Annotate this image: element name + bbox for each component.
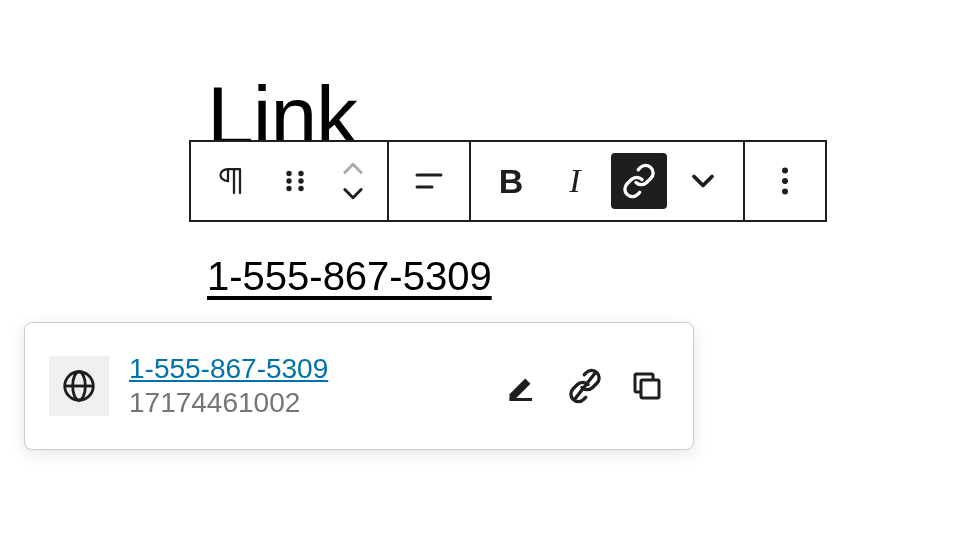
svg-point-3: [298, 178, 303, 183]
more-format-button[interactable]: [675, 153, 731, 209]
svg-rect-14: [510, 398, 533, 401]
link-preview-icon-box: [49, 356, 109, 416]
unlink-button[interactable]: [563, 364, 607, 408]
copy-link-button[interactable]: [625, 364, 669, 408]
move-down-button[interactable]: [331, 181, 375, 205]
move-buttons: [331, 151, 375, 211]
svg-point-0: [286, 171, 291, 176]
svg-point-1: [298, 171, 303, 176]
drag-handle-button[interactable]: [267, 153, 323, 209]
svg-point-5: [298, 186, 303, 191]
italic-icon: I: [569, 162, 580, 200]
drag-handle-icon: [277, 163, 313, 199]
copy-icon: [629, 368, 665, 404]
toolbar-group-block: [191, 142, 389, 220]
pencil-icon: [505, 368, 541, 404]
edit-link-button[interactable]: [501, 364, 545, 408]
bold-icon: B: [499, 162, 524, 201]
move-up-button[interactable]: [331, 157, 375, 181]
svg-rect-16: [641, 380, 659, 398]
link-button[interactable]: [611, 153, 667, 209]
svg-point-10: [782, 189, 788, 195]
pilcrow-icon: [213, 163, 249, 199]
bold-button[interactable]: B: [483, 153, 539, 209]
chevron-down-icon: [685, 163, 721, 199]
toolbar-group-more: [745, 142, 825, 220]
link-popover-url: 17174461002: [129, 387, 481, 419]
align-button[interactable]: [401, 153, 457, 209]
more-options-button[interactable]: [757, 153, 813, 209]
globe-icon: [60, 367, 98, 405]
link-popover: 1-555-867-5309 17174461002: [24, 322, 694, 450]
chevron-up-icon: [339, 160, 367, 178]
italic-button[interactable]: I: [547, 153, 603, 209]
paragraph-block-button[interactable]: [203, 153, 259, 209]
content-link-text[interactable]: 1-555-867-5309: [207, 254, 492, 299]
link-icon: [621, 163, 657, 199]
unlink-icon: [567, 368, 603, 404]
svg-point-9: [782, 178, 788, 184]
svg-point-4: [286, 186, 291, 191]
block-toolbar: B I: [189, 140, 827, 222]
link-popover-title[interactable]: 1-555-867-5309: [129, 353, 481, 385]
toolbar-group-align: [389, 142, 471, 220]
chevron-down-icon: [339, 184, 367, 202]
svg-point-8: [782, 168, 788, 174]
link-info: 1-555-867-5309 17174461002: [129, 353, 481, 419]
more-vertical-icon: [767, 163, 803, 199]
svg-point-2: [286, 178, 291, 183]
toolbar-group-format: B I: [471, 142, 745, 220]
align-left-icon: [411, 163, 447, 199]
link-actions: [501, 364, 669, 408]
